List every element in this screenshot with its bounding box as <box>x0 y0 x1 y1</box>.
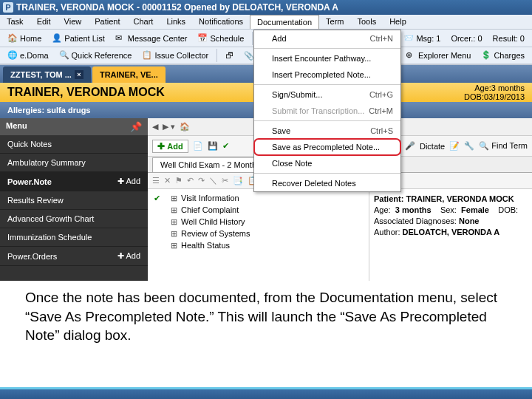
back-button[interactable]: ◀ <box>152 122 158 132</box>
sidebar-item-powerorders[interactable]: Power.Orders ✚ Add <box>0 247 148 266</box>
doc-tab-label: Well Child Exam - 2 Month (... <box>160 160 268 169</box>
outline-item-review-of-systems[interactable]: Review of Systems <box>166 228 369 239</box>
close-icon[interactable]: × <box>75 70 83 79</box>
form-icon[interactable]: 📄 <box>193 141 203 151</box>
filter-icon[interactable]: 🔧 <box>464 141 474 151</box>
msg-count-label: Msg: 1 <box>416 34 440 43</box>
schedule-button[interactable]: 📅 Schedule <box>193 32 248 45</box>
add-label: Add <box>126 251 140 260</box>
menu-documentation[interactable]: Documentation <box>250 15 319 29</box>
sidebar-item-quick-notes[interactable]: Quick Notes <box>0 135 148 154</box>
cut-icon[interactable]: ✂ <box>222 176 228 185</box>
outline-icon[interactable]: ☰ <box>152 176 160 185</box>
search-icon: 🔍 <box>59 50 69 61</box>
edoma-label: e.Doma <box>20 51 49 60</box>
menu-edit[interactable]: Edit <box>30 15 58 29</box>
dd-label: Save <box>272 126 290 135</box>
line-icon[interactable]: ＼ <box>209 175 217 186</box>
menu-patient[interactable]: Patient <box>88 15 126 29</box>
menu-bar: Task Edit View Patient Chart Links Notif… <box>0 15 532 30</box>
find-term-label: Find Term <box>491 141 528 150</box>
patient-list-button[interactable]: 👤 Patient List <box>47 32 109 45</box>
home-button[interactable]: 🏠 Home <box>3 32 46 45</box>
outline-item-health-status[interactable]: Health Status <box>166 239 369 251</box>
pin-icon[interactable]: 📌 <box>130 121 142 132</box>
msg-count[interactable]: 📨 Msg: 1 <box>399 32 445 45</box>
undo-icon[interactable]: ↶ <box>187 176 194 185</box>
menu-header-label: Menu <box>6 121 27 132</box>
dd-insert-encounter-pathway[interactable]: Insert Encounter Pathway... <box>254 50 400 66</box>
tab-trainer-label: TRAINER, VE... <box>100 70 158 79</box>
sidebar-item-label: Results Review <box>7 196 64 205</box>
footer-bar <box>0 387 532 399</box>
home-icon[interactable]: 🏠 <box>180 122 190 132</box>
patient-name: TRAINER, VERONDA MOCK <box>7 86 165 99</box>
calendar-icon: 📅 <box>197 33 208 44</box>
dd-sign-submit[interactable]: Sign/Submit... Ctrl+G <box>254 86 400 103</box>
outline-item-chief-complaint[interactable]: Chief Complaint <box>166 204 369 216</box>
sex-lbl: Sex: <box>440 205 457 214</box>
dd-close-note[interactable]: Close Note <box>254 155 400 171</box>
find-term-button[interactable]: 🔍 Find Term <box>479 141 528 151</box>
menu-chart[interactable]: Chart <box>127 15 160 29</box>
menu-links[interactable]: Links <box>160 15 192 29</box>
sidebar-item-advanced-growth-chart[interactable]: Advanced Growth Chart <box>0 210 148 228</box>
menu-help[interactable]: Help <box>383 15 413 29</box>
add-icon[interactable]: ✚ Add <box>117 177 140 186</box>
add-button[interactable]: ✚ Add <box>152 140 188 153</box>
sidebar-item-immunization-schedule[interactable]: Immunization Schedule <box>0 228 148 247</box>
sidebar-item-powernote[interactable]: Power.Note ✚ Add <box>0 172 148 191</box>
sidebar-item-label: Ambulatory Summary <box>7 158 86 167</box>
dd-label: Sign/Submit... <box>272 90 322 99</box>
edoma-button[interactable]: 🌐 e.Doma <box>3 49 53 62</box>
mail-icon: 📨 <box>403 33 414 44</box>
dd-recover-deleted-notes[interactable]: Recover Deleted Notes <box>254 175 400 191</box>
check-icon[interactable]: ✔ <box>222 141 229 151</box>
flag-icon[interactable]: ⚑ <box>175 176 183 185</box>
explorer-menu-button[interactable]: ⊕ Explorer Menu <box>401 49 476 62</box>
patient-age: Age:3 months <box>464 83 525 92</box>
menu-term[interactable]: Term <box>319 15 350 29</box>
menu-notifications[interactable]: Notifications <box>192 15 250 29</box>
assoc-val: None <box>459 216 480 225</box>
dd-insert-precompleted-note[interactable]: Insert Precompleted Note... <box>254 66 400 83</box>
dd-shortcut: Ctrl+S <box>370 126 393 135</box>
globe-icon: 🌐 <box>7 50 18 61</box>
dd-add[interactable]: Add Ctrl+N <box>254 30 400 47</box>
menu-view[interactable]: View <box>58 15 89 29</box>
mic-icon[interactable]: 🎤 <box>405 141 415 151</box>
tab-zztest-label: ZZTEST, TOM ... <box>10 70 72 79</box>
age-lbl: Age: <box>374 205 391 214</box>
redo-icon[interactable]: ↷ <box>198 176 205 185</box>
tab-zztest[interactable]: ZZTEST, TOM ... × <box>3 66 91 83</box>
message-center-button[interactable]: ✉ Message Center <box>111 32 192 45</box>
dd-save-as-precompleted-note[interactable]: Save as Precompleted Note... <box>254 139 400 155</box>
menu-task[interactable]: Task <box>0 15 30 29</box>
outline-item-visit-info[interactable]: Visit Information <box>166 192 369 204</box>
sidebar-item-results-review[interactable]: Results Review <box>0 191 148 210</box>
issue-collector-button[interactable]: 📋 Issue Collector <box>137 49 213 62</box>
sidebar-item-ambulatory-summary[interactable]: Ambulatory Summary <box>0 154 148 172</box>
quick-ref-button[interactable]: 🔍 Quick Reference <box>55 49 137 62</box>
instruction-caption: Once the note has been documented, from … <box>0 281 532 352</box>
forward-button[interactable]: ▶ ▾ <box>163 122 175 132</box>
menu-tools[interactable]: Tools <box>350 15 383 29</box>
tear-off-button[interactable]: 🗗 <box>221 50 238 61</box>
save-icon[interactable]: 💾 <box>208 141 218 151</box>
charges-button[interactable]: 💲 Charges <box>477 49 529 62</box>
outline-item-well-child-history[interactable]: Well Child History <box>166 216 369 228</box>
delete-icon[interactable]: ✕ <box>164 176 171 185</box>
add-icon[interactable]: ✚ Add <box>117 251 140 261</box>
allergies-label: Allergies: <box>7 106 44 115</box>
dd-save[interactable]: Save Ctrl+S <box>254 123 400 139</box>
tab-trainer[interactable]: TRAINER, VE... <box>92 66 166 83</box>
copy-icon[interactable]: 📑 <box>233 176 243 185</box>
text-icon[interactable]: 📝 <box>449 141 460 151</box>
dd-label: Submit for Transcription... <box>272 106 364 115</box>
check-icon[interactable]: ✔ <box>148 192 166 251</box>
explorer-label: Explorer Menu <box>418 51 471 60</box>
clipboard-icon: 📋 <box>142 50 152 61</box>
assoc-lbl: Associated Diagnoses: <box>374 216 457 225</box>
dictate-button[interactable]: Dictate <box>420 142 445 151</box>
orcer-count: Orcer.: 0 <box>446 33 486 44</box>
